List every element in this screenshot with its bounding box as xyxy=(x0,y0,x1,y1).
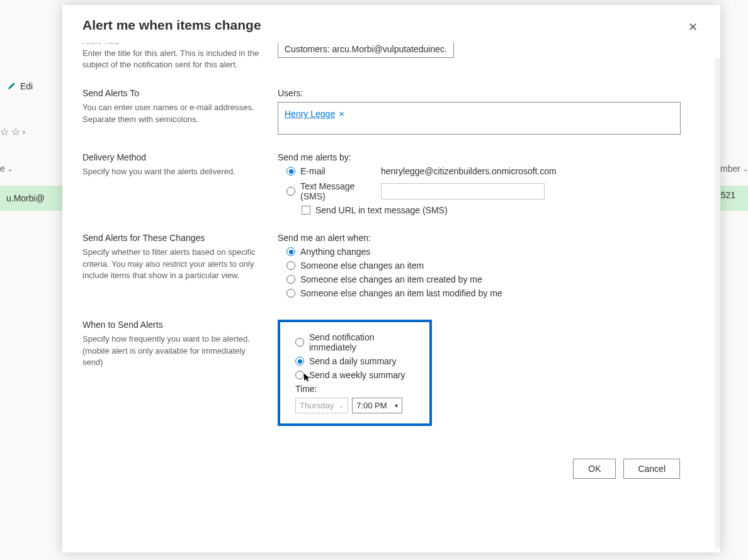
radio-immediately[interactable]: Send notification immediately xyxy=(295,332,419,352)
section-desc: Enter the title for this alert. This is … xyxy=(82,48,265,70)
send-by-label: Send me alerts by: xyxy=(278,152,700,162)
cancel-button[interactable]: Cancel xyxy=(623,459,680,479)
sms-url-checkbox[interactable] xyxy=(302,206,310,215)
email-label: E-mail xyxy=(300,166,326,176)
section-title: When to Send Alerts xyxy=(82,320,265,330)
close-button[interactable]: ✕ xyxy=(686,18,700,36)
time-label: Time: xyxy=(295,384,419,394)
section-alert-title: Alert Title Enter the title for this ale… xyxy=(82,43,700,70)
radio-weekly[interactable]: Send a weekly summary xyxy=(295,370,419,380)
radio-icon[interactable] xyxy=(286,289,295,298)
changes-options: Anything changes Someone else changes an… xyxy=(286,247,700,298)
section-right: Send me an alert when: Anything changes … xyxy=(278,233,700,302)
radio-icon[interactable] xyxy=(295,338,304,347)
delivery-grid: E-mail henrylegge@citizenbuilders.onmicr… xyxy=(286,166,700,201)
section-left: When to Send Alerts Specify how frequent… xyxy=(82,320,265,426)
ok-button[interactable]: OK xyxy=(573,459,616,479)
sms-radio-row[interactable]: Text Message (SMS) xyxy=(286,181,375,201)
remove-user-icon[interactable]: ✕ xyxy=(339,110,344,118)
section-right: Send me alerts by: E-mail henrylegge@cit… xyxy=(278,152,700,215)
radio-icon[interactable] xyxy=(286,275,295,284)
section-right: Send notification immediately Send a dai… xyxy=(278,320,700,426)
sms-url-row[interactable]: Send URL in text message (SMS) xyxy=(302,205,700,215)
section-when-send: When to Send Alerts Specify how frequent… xyxy=(82,320,700,426)
day-value: Thursday xyxy=(300,401,334,410)
section-right: Users: Henry Legge ✕ xyxy=(278,88,700,135)
section-title-cut: Alert Title xyxy=(82,43,265,44)
radio-label: Someone else changes an item xyxy=(300,260,424,271)
radio-label: Someone else changes an item created by … xyxy=(300,274,482,284)
section-send-to: Send Alerts To You can enter user names … xyxy=(82,88,700,135)
radio-someone-changes[interactable]: Someone else changes an item xyxy=(286,260,700,271)
section-left: Send Alerts for These Changes Specify wh… xyxy=(82,233,265,302)
radio-label: Someone else changes an item last modifi… xyxy=(300,288,502,298)
section-right: Customers: arcu.Morbi@vulputateduinec. xyxy=(278,43,700,70)
radio-label: Send notification immediately xyxy=(309,332,419,352)
time-value: 7:00 PM xyxy=(356,401,387,410)
radio-daily[interactable]: Send a daily summary xyxy=(295,356,419,366)
section-left: Send Alerts To You can enter user names … xyxy=(82,88,265,135)
chevron-down-icon: ▾ xyxy=(395,402,398,409)
radio-label: Send a weekly summary xyxy=(309,370,405,380)
alert-title-input[interactable]: Customers: arcu.Morbi@vulputateduinec. xyxy=(278,43,454,58)
radio-label: Anything changes xyxy=(300,247,370,257)
users-input[interactable]: Henry Legge ✕ xyxy=(278,102,681,135)
section-left: Alert Title Enter the title for this ale… xyxy=(82,43,265,70)
radio-icon[interactable] xyxy=(286,261,295,270)
email-radio-row[interactable]: E-mail xyxy=(286,166,375,176)
radio-anything-changes[interactable]: Anything changes xyxy=(286,247,700,257)
modal-overlay: Alert me when items change ✕ Alert Title… xyxy=(0,0,748,560)
when-send-highlight: Send notification immediately Send a dai… xyxy=(278,320,432,426)
section-changes: Send Alerts for These Changes Specify wh… xyxy=(82,233,700,302)
users-label: Users: xyxy=(278,88,700,98)
radio-icon[interactable] xyxy=(295,371,304,379)
close-icon: ✕ xyxy=(688,21,698,33)
radio-label: Send a daily summary xyxy=(309,356,397,366)
when-label: Send me an alert when: xyxy=(278,233,700,243)
section-delivery: Delivery Method Specify how you want the… xyxy=(82,152,700,215)
section-desc: Specify how you want the alerts delivere… xyxy=(82,166,265,177)
radio-icon[interactable] xyxy=(295,357,304,366)
modal-footer: OK Cancel xyxy=(82,444,700,499)
section-left: Delivery Method Specify how you want the… xyxy=(82,152,265,215)
user-name[interactable]: Henry Legge xyxy=(285,109,335,119)
radio-modified-by-me[interactable]: Someone else changes an item last modifi… xyxy=(286,288,700,298)
day-select[interactable]: Thursday ⌄ xyxy=(295,398,348,413)
sms-radio[interactable] xyxy=(286,187,295,196)
radio-icon[interactable] xyxy=(286,247,295,256)
chevron-down-icon: ⌄ xyxy=(339,402,344,409)
modal-title: Alert me when items change xyxy=(82,18,261,33)
modal-body: Alert Title Enter the title for this ale… xyxy=(62,43,720,552)
radio-created-by-me[interactable]: Someone else changes an item created by … xyxy=(286,274,700,284)
email-value: henrylegge@citizenbuilders.onmicrosoft.c… xyxy=(381,166,700,176)
time-selects: Thursday ⌄ 7:00 PM ▾ xyxy=(295,398,419,413)
section-desc: You can enter user names or e-mail addre… xyxy=(82,102,265,125)
alert-settings-modal: Alert me when items change ✕ Alert Title… xyxy=(62,5,720,552)
sms-input[interactable] xyxy=(381,183,545,199)
section-title: Send Alerts for These Changes xyxy=(82,233,265,243)
sms-url-label: Send URL in text message (SMS) xyxy=(315,205,448,215)
time-select[interactable]: 7:00 PM ▾ xyxy=(352,398,402,413)
section-title: Delivery Method xyxy=(82,152,265,162)
section-desc: Specify how frequently you want to be al… xyxy=(82,333,265,368)
section-desc: Specify whether to filter alerts based o… xyxy=(82,247,265,281)
user-chip: Henry Legge ✕ xyxy=(285,109,344,119)
email-radio[interactable] xyxy=(286,167,295,176)
sms-label: Text Message (SMS) xyxy=(300,181,375,201)
section-title: Send Alerts To xyxy=(82,88,265,98)
modal-header: Alert me when items change ✕ xyxy=(62,5,720,43)
